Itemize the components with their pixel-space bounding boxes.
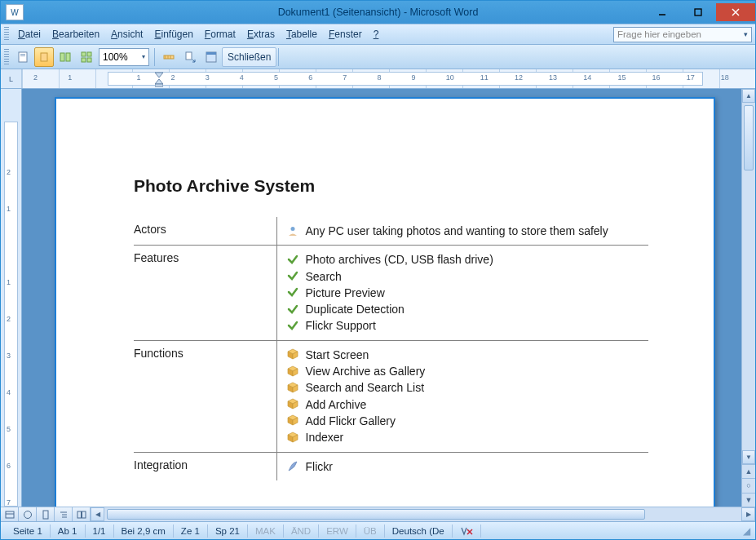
check-icon (287, 270, 299, 282)
app-icon[interactable]: W (6, 4, 24, 20)
row-label: Features (134, 246, 276, 340)
list-item-text: Indexer (306, 429, 344, 445)
svg-rect-9 (66, 53, 70, 61)
list-item: Search and Search List (287, 379, 643, 396)
next-page-button[interactable]: ▼ (742, 493, 755, 507)
list-item: Start Screen (287, 347, 643, 363)
horizontal-scrollbar[interactable]: ◀ ▶ (91, 507, 755, 521)
reading-view-button[interactable] (73, 507, 91, 522)
minimize-button[interactable] (644, 3, 680, 21)
svg-point-24 (291, 227, 295, 231)
status-page[interactable]: Seite 1 (6, 525, 51, 538)
status-column[interactable]: Sp 21 (208, 525, 248, 538)
statusbar: Seite 1 Ab 1 1/1 Bei 2,9 cm Ze 1 Sp 21 M… (1, 521, 755, 539)
document-area[interactable]: Photo Archive System ActorsAny PC user t… (22, 89, 755, 507)
menu-format[interactable]: Format (199, 27, 241, 42)
list-item: Add Flickr Gallery (287, 413, 643, 429)
svg-rect-7 (41, 53, 47, 61)
ask-question-box[interactable]: Frage hier eingeben▾ (613, 27, 752, 42)
outline-view-button[interactable] (55, 507, 73, 522)
horizontal-scroll-thumb[interactable] (107, 509, 645, 520)
status-line[interactable]: Ze 1 (174, 525, 208, 538)
close-preview-button[interactable]: Schließen (222, 47, 276, 67)
scroll-right-button[interactable]: ▶ (741, 507, 755, 521)
list-item: View Archive as Gallery (287, 363, 643, 379)
svg-point-27 (24, 511, 31, 519)
table-row: ActorsAny PC user taking photos and want… (134, 217, 648, 246)
row-label: Functions (134, 340, 276, 452)
vertical-scroll-thumb[interactable] (744, 105, 754, 170)
zoom-combo[interactable]: 100%▾ (99, 48, 149, 66)
ruler-toggle-button[interactable] (159, 47, 179, 67)
one-page-button[interactable] (34, 47, 54, 67)
status-erw[interactable]: ERW (319, 525, 356, 538)
box-icon (287, 381, 299, 393)
svg-rect-23 (155, 84, 163, 86)
scroll-left-button[interactable]: ◀ (91, 507, 104, 521)
prev-page-button[interactable]: ▲ (742, 464, 755, 478)
menubar-grip[interactable] (4, 27, 9, 42)
fullscreen-button[interactable] (201, 47, 221, 67)
check-icon (287, 286, 299, 299)
horizontal-ruler[interactable]: 21123456789101112131415161718 (22, 69, 755, 88)
svg-rect-4 (19, 52, 27, 62)
status-and[interactable]: ÄND (284, 525, 319, 538)
browse-object-button[interactable]: ○ (742, 478, 755, 492)
list-item: Photo archives (CD, USB flash drive) (287, 251, 643, 268)
menu-einfügen[interactable]: Einfügen (148, 27, 198, 42)
status-language[interactable]: Deutsch (De (385, 525, 453, 538)
status-ub[interactable]: ÜB (356, 525, 385, 538)
menu-fenster[interactable]: Fenster (323, 27, 368, 42)
multi-page-button[interactable] (55, 47, 75, 67)
web-view-button[interactable] (19, 507, 37, 522)
print-preview-page-button[interactable] (13, 47, 33, 67)
box-icon (287, 365, 299, 377)
maximize-button[interactable] (680, 3, 716, 21)
menu-?[interactable]: ? (368, 27, 385, 42)
toolbar-grip[interactable] (4, 49, 9, 65)
print-layout-view-button[interactable] (37, 507, 55, 522)
list-item: Indexer (287, 429, 643, 445)
window-title: Dokument1 (Seitenansicht) - Microsoft Wo… (1, 7, 755, 18)
svg-rect-18 (186, 52, 192, 60)
menu-datei[interactable]: Datei (12, 27, 46, 42)
tab-selector[interactable]: L (1, 69, 22, 88)
svg-rect-11 (87, 52, 91, 56)
menu-tabelle[interactable]: Tabelle (281, 27, 323, 42)
check-icon (287, 303, 299, 315)
svg-rect-28 (43, 511, 48, 519)
box-icon (287, 414, 299, 427)
svg-rect-12 (82, 58, 86, 62)
multi-page-grid-button[interactable] (77, 47, 96, 67)
status-pages[interactable]: 1/1 (86, 525, 114, 538)
scroll-down-button[interactable]: ▼ (742, 450, 755, 464)
status-at[interactable]: Bei 2,9 cm (114, 525, 174, 538)
svg-rect-6 (20, 55, 25, 56)
status-mak[interactable]: MAK (248, 525, 284, 538)
indent-marker-icon[interactable] (155, 69, 163, 88)
close-window-button[interactable] (716, 3, 755, 21)
list-item-text: Add Flickr Gallery (306, 413, 396, 429)
menu-ansicht[interactable]: Ansicht (105, 27, 148, 42)
status-spellcheck-icon[interactable] (453, 525, 481, 538)
vertical-ruler[interactable]: 211234567 (1, 89, 22, 507)
menu-extras[interactable]: Extras (241, 27, 281, 42)
normal-view-button[interactable] (1, 507, 19, 522)
status-section[interactable]: Ab 1 (51, 525, 86, 538)
horizontal-ruler-bar: L 21123456789101112131415161718 (1, 69, 755, 89)
list-item-text: Start Screen (306, 347, 369, 363)
resize-grip[interactable]: ◢ (737, 525, 750, 537)
scroll-up-button[interactable]: ▲ (742, 89, 755, 103)
list-item: Search (287, 268, 643, 285)
box-icon (287, 398, 299, 410)
menu-bearbeiten[interactable]: Bearbeiten (46, 27, 105, 42)
vertical-scrollbar[interactable]: ▲ ▼ ▲ ○ ▼ (741, 89, 755, 507)
svg-rect-32 (77, 511, 82, 518)
svg-rect-8 (60, 53, 64, 61)
page: Photo Archive System ActorsAny PC user t… (55, 97, 715, 507)
list-item: Any PC user taking photos and wanting to… (287, 223, 643, 239)
list-item-text: Flickr (306, 458, 333, 475)
shrink-to-fit-button[interactable] (180, 47, 200, 67)
svg-rect-20 (206, 52, 216, 55)
workspace: 211234567 Photo Archive System ActorsAny… (1, 89, 755, 507)
